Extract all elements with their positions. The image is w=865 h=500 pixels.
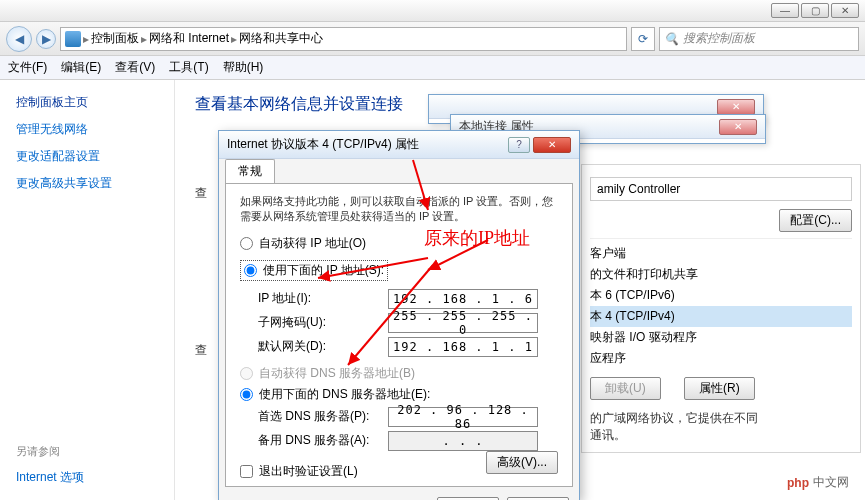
advanced-button[interactable]: 高级(V)... (486, 451, 558, 474)
sidebar-link-internet-options[interactable]: Internet 选项 (16, 469, 158, 486)
breadcrumb-item[interactable]: 网络和 Internet (149, 30, 229, 47)
search-input[interactable]: 🔍 搜索控制面板 (659, 27, 859, 51)
list-item[interactable]: 本 6 (TCP/IPv6) (590, 285, 852, 306)
chevron-right-icon: ▸ (231, 32, 237, 46)
description-text: 的广域网络协议，它提供在不同通讯。 (590, 410, 852, 444)
sidebar-link-adapter[interactable]: 更改适配器设置 (16, 148, 158, 165)
search-icon: 🔍 (664, 32, 679, 46)
refresh-button[interactable]: ⟳ (631, 27, 655, 51)
radio-auto-dns: 自动获得 DNS 服务器地址(B) (240, 365, 558, 382)
close-icon[interactable]: ✕ (719, 119, 757, 135)
description-text: 如果网络支持此功能，则可以获取自动指派的 IP 设置。否则，您需要从网络系统管理… (240, 194, 558, 225)
maximize-button[interactable]: ▢ (801, 3, 829, 18)
tab-strip: 常规 (219, 159, 579, 183)
explorer-nav-row: ◀ ▶ ▸ 控制面板 ▸ 网络和 Internet ▸ 网络和共享中心 ⟳ 🔍 … (0, 22, 865, 56)
sidebar-link-wireless[interactable]: 管理无线网络 (16, 121, 158, 138)
controller-name: amily Controller (590, 177, 852, 201)
sidebar: 控制面板主页 管理无线网络 更改适配器设置 更改高级共享设置 另请参阅 Inte… (0, 80, 175, 500)
menu-view[interactable]: 查看(V) (115, 59, 155, 76)
network-components-list: 客户端 的文件和打印机共享 本 6 (TCP/IPv6) 本 4 (TCP/IP… (590, 238, 852, 369)
minimize-button[interactable]: — (771, 3, 799, 18)
radio-manual-ip[interactable]: 使用下面的 IP 地址(S): (240, 260, 388, 281)
chevron-right-icon: ▸ (141, 32, 147, 46)
sidebar-link-sharing[interactable]: 更改高级共享设置 (16, 175, 158, 192)
input-alternate-dns[interactable]: . . . (388, 431, 538, 451)
menu-help[interactable]: 帮助(H) (223, 59, 264, 76)
properties-button[interactable]: 属性(R) (684, 377, 755, 400)
input-subnet-mask[interactable]: 255 . 255 . 255 . 0 (388, 313, 538, 333)
ok-button[interactable]: 确定 (437, 497, 499, 501)
address-breadcrumb[interactable]: ▸ 控制面板 ▸ 网络和 Internet ▸ 网络和共享中心 (60, 27, 627, 51)
list-item[interactable]: 映射器 I/O 驱动程序 (590, 327, 852, 348)
watermark-brand: php (787, 476, 809, 490)
close-button[interactable]: ✕ (533, 137, 571, 153)
breadcrumb-item[interactable]: 网络和共享中心 (239, 30, 323, 47)
network-properties-fragment: amily Controller 配置(C)... 客户端 的文件和打印机共享 … (581, 164, 861, 453)
menu-bar: 文件(F) 编辑(E) 查看(V) 工具(T) 帮助(H) (0, 56, 865, 80)
configure-button[interactable]: 配置(C)... (779, 209, 852, 232)
tab-general[interactable]: 常规 (225, 159, 275, 183)
search-placeholder: 搜索控制面板 (683, 30, 755, 47)
input-ip-address[interactable]: 192 . 168 . 1 . 6 (388, 289, 538, 309)
dialog-ipv4-properties: Internet 协议版本 4 (TCP/IPv4) 属性 ? ✕ 常规 如果网… (218, 130, 580, 500)
menu-file[interactable]: 文件(F) (8, 59, 47, 76)
menu-tools[interactable]: 工具(T) (169, 59, 208, 76)
close-icon[interactable]: ✕ (717, 99, 755, 115)
label-default-gateway: 默认网关(D): (258, 338, 388, 355)
list-item[interactable]: 应程序 (590, 348, 852, 369)
forward-button[interactable]: ▶ (36, 29, 56, 49)
list-item[interactable]: 本 4 (TCP/IPv4) (590, 306, 852, 327)
watermark: php 中文网 (777, 471, 859, 494)
sidebar-home[interactable]: 控制面板主页 (16, 94, 158, 111)
list-item[interactable]: 客户端 (590, 243, 852, 264)
label-preferred-dns: 首选 DNS 服务器(P): (258, 408, 388, 425)
sidebar-seealso-heading: 另请参阅 (16, 444, 158, 459)
breadcrumb-item[interactable]: 控制面板 (91, 30, 139, 47)
input-preferred-dns[interactable]: 202 . 96 . 128 . 86 (388, 407, 538, 427)
cancel-button[interactable]: 取消 (507, 497, 569, 501)
window-close-button[interactable]: ✕ (831, 3, 859, 18)
radio-auto-ip[interactable]: 自动获得 IP 地址(O) (240, 235, 558, 252)
radio-manual-dns[interactable]: 使用下面的 DNS 服务器地址(E): (240, 386, 558, 403)
menu-edit[interactable]: 编辑(E) (61, 59, 101, 76)
label-ip-address: IP 地址(I): (258, 290, 388, 307)
uninstall-button[interactable]: 卸载(U) (590, 377, 661, 400)
chevron-right-icon: ▸ (83, 32, 89, 46)
list-item[interactable]: 的文件和打印机共享 (590, 264, 852, 285)
help-button[interactable]: ? (508, 137, 530, 153)
label-subnet-mask: 子网掩码(U): (258, 314, 388, 331)
watermark-text: 中文网 (813, 474, 849, 491)
control-panel-icon (65, 31, 81, 47)
window-titlebar: — ▢ ✕ (0, 0, 865, 22)
dialog-title: Internet 协议版本 4 (TCP/IPv4) 属性 (227, 136, 419, 153)
input-default-gateway[interactable]: 192 . 168 . 1 . 1 (388, 337, 538, 357)
back-button[interactable]: ◀ (6, 26, 32, 52)
label-alternate-dns: 备用 DNS 服务器(A): (258, 432, 388, 449)
